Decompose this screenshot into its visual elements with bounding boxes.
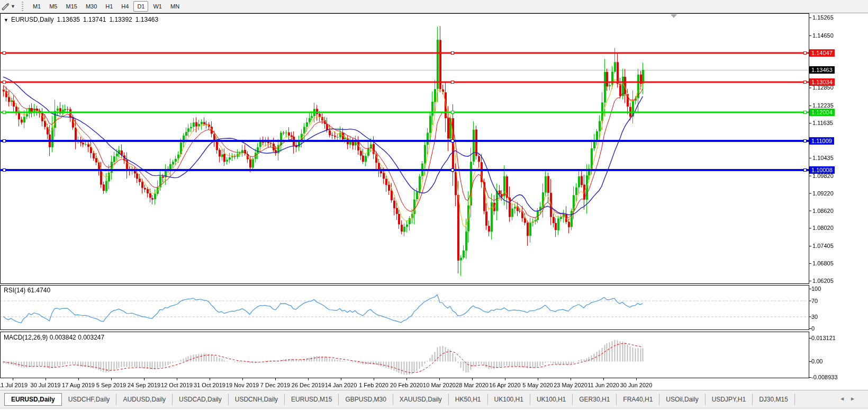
rsi-name: RSI(14) [4, 287, 25, 294]
price-badge-1.13034: 1.13034 [809, 78, 835, 86]
tab-usdjpy-h1[interactable]: USDJPY,H1 [706, 394, 753, 405]
timeframe-button-w1[interactable]: W1 [149, 1, 166, 12]
tab-uk100-h1[interactable]: UK100,H1 [488, 394, 530, 405]
price-badge-1.11009: 1.11009 [809, 137, 834, 145]
price-badge-1.10008: 1.10008 [809, 166, 835, 174]
chart-title: ▼EURUSD,Daily1.136351.137411.133921.1346… [4, 16, 161, 23]
symbol-tab-bar: EURUSD,DailyUSDCHF,DailyAUDUSD,DailyUSDC… [0, 390, 868, 408]
ohlc-low: 1.13392 [109, 16, 132, 23]
price-axis-label: 1.10435 [812, 155, 834, 161]
date-axis-label: 26 Dec 2019 [292, 382, 324, 388]
rsi-indicator-label: RSI(14) 61.4740 [4, 287, 50, 294]
timeframe-button-d1[interactable]: D1 [133, 1, 148, 12]
macd-indicator-label: MACD(12,26,9) 0.003842 0.003247 [4, 334, 104, 341]
tab-audusd-daily[interactable]: AUDUSD,Daily [116, 394, 173, 405]
tab-eurusd-daily[interactable]: EURUSD,Daily [4, 393, 62, 406]
chevron-down-icon: ▼ [11, 4, 15, 9]
price-axis-label: 1.08620 [812, 208, 834, 214]
macd-axis-label: 0.013121 [811, 335, 836, 341]
tab-scroll-left-icon[interactable]: ◄ [839, 396, 850, 402]
macd-main-value: 0.003842 [50, 334, 76, 341]
date-axis-label: 23 May 2020 [554, 382, 587, 388]
tab-usdcnh-daily[interactable]: USDCNH,Daily [229, 394, 285, 405]
timeframe-button-h4[interactable]: H4 [117, 1, 132, 12]
date-axis-label: 12 Oct 2019 [161, 382, 193, 388]
macd-name: MACD(12,26,9) [4, 334, 48, 341]
timeframe-buttons: M1M5M15M30H1H4D1W1MN [29, 1, 184, 12]
tab-ger30-h1[interactable]: GER30,H1 [573, 394, 617, 405]
tab-xauusd-daily[interactable]: XAUUSD,Daily [393, 394, 449, 405]
rsi-axis-label: 70 [811, 298, 818, 304]
tab-uk100-h1[interactable]: UK100,H1 [530, 394, 573, 405]
price-axis-label: 1.07405 [812, 243, 834, 249]
date-axis-label: 14 Jan 2020 [325, 382, 357, 388]
date-axis-label: 20 Feb 2020 [390, 382, 423, 388]
macd-axis-label: 0.00 [811, 358, 822, 364]
tab-usoil-daily[interactable]: USOil,Daily [659, 394, 705, 405]
chart-shift-marker[interactable] [671, 14, 677, 18]
tab-dj30-m15[interactable]: DJ30,M15 [753, 394, 795, 405]
tab-fra40-h1[interactable]: FRA40,H1 [617, 394, 659, 405]
date-axis-label: 5 May 2020 [522, 382, 553, 388]
date-axis-label: 5 Sep 2019 [96, 382, 126, 388]
price-axis-label: 1.08020 [812, 225, 834, 231]
date-axis-label: 11 Jun 2020 [587, 382, 619, 388]
rsi-axis-label: 30 [811, 314, 818, 320]
date-axis-label: 19 Nov 2019 [226, 382, 259, 388]
ohlc-close: 1.13463 [135, 16, 158, 23]
date-axis-label: 10 Mar 2020 [423, 382, 456, 388]
timeframe-button-m30[interactable]: M30 [82, 1, 101, 12]
tab-usdcad-daily[interactable]: USDCAD,Daily [173, 394, 229, 405]
macd-signal-value: 0.003247 [78, 334, 104, 341]
tab-scroll-right-icon[interactable]: ► [850, 396, 861, 402]
cursor-tool-button[interactable]: ▼ [1, 2, 17, 11]
price-badge-1.13463: 1.13463 [809, 66, 835, 74]
trading-terminal-window: { "toolbar": { "timeframes": [ {"label":… [0, 0, 868, 410]
ohlc-open: 1.13635 [57, 16, 80, 23]
tab-usdchf-daily[interactable]: USDCHF,Daily [62, 394, 117, 405]
tab-eurusd-m15[interactable]: EURUSD,M15 [285, 394, 339, 405]
timeframe-button-m5[interactable]: M5 [46, 1, 61, 12]
date-axis-label: 11 Jul 2019 [0, 382, 28, 388]
price-badge-1.14047: 1.14047 [809, 49, 835, 57]
date-axis-label: 7 Dec 2019 [260, 382, 290, 388]
price-axis-label: 1.06805 [812, 260, 834, 266]
toolbar-drag-grip[interactable] [22, 2, 23, 11]
chart-symbol: EURUSD,Daily [11, 16, 54, 23]
date-axis-label: 28 Mar 2020 [456, 382, 489, 388]
price-axis-label: 1.15265 [812, 14, 834, 21]
price-axis-label: 1.12235 [812, 102, 834, 109]
pencil-tool-icon [1, 2, 10, 11]
timeframe-button-m15[interactable]: M15 [62, 1, 80, 12]
tab-gbpusd-m30[interactable]: GBPUSD,M30 [339, 394, 393, 405]
rsi-current-value: 61.4740 [28, 287, 50, 294]
date-axis-label: 17 Aug 2019 [62, 382, 95, 388]
price-axis-label: 1.14650 [812, 32, 834, 39]
timeframe-button-mn[interactable]: MN [167, 1, 183, 12]
date-axis-label: 31 Oct 2019 [194, 382, 225, 388]
status-strip [0, 408, 868, 410]
tab-hk50-h1[interactable]: HK50,H1 [449, 394, 488, 405]
date-axis-label: 16 Apr 2020 [489, 382, 520, 388]
price-axis-label: 1.09220 [812, 190, 834, 197]
ohlc-high: 1.13741 [83, 16, 106, 23]
timeframe-toolbar: ▼ M1M5M15M30H1H4D1W1MN [0, 0, 868, 13]
price-axis-label: 1.11635 [812, 120, 833, 126]
macd-axis-label: -0.008933 [811, 374, 838, 380]
date-axis-label: 24 Sep 2019 [128, 382, 160, 388]
rsi-axis-label: 0 [811, 325, 815, 332]
timeframe-button-h1[interactable]: H1 [102, 1, 116, 12]
price-badge-1.12004: 1.12004 [809, 109, 835, 116]
price-axis-label: 1.06205 [812, 278, 834, 284]
chart-canvas[interactable] [0, 13, 868, 390]
date-axis-label: 30 Jul 2019 [31, 382, 61, 388]
rsi-axis-label: 100 [811, 286, 821, 292]
date-axis-label: 30 Jun 2020 [620, 382, 653, 388]
collapse-triangle-icon: ▼ [4, 17, 8, 23]
date-axis-label: 1 Feb 2020 [359, 382, 388, 388]
tab-scroll-arrows: ◄► [839, 396, 861, 402]
timeframe-button-m1[interactable]: M1 [29, 1, 44, 12]
